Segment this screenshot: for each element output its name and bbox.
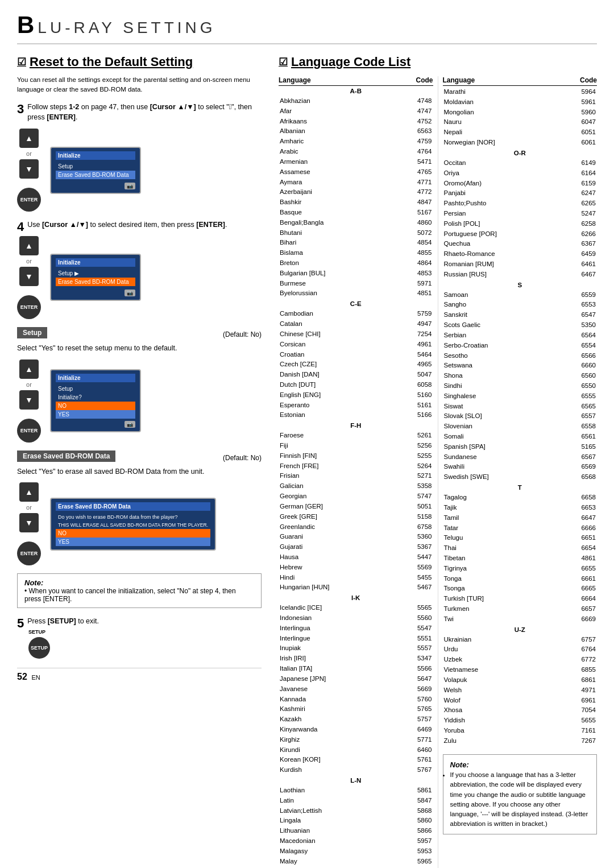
lang-row-english: English [ENG]5160: [279, 390, 433, 400]
lang-row-tonga: Tonga6661: [443, 574, 598, 584]
lang-row-macedonian: Macedonian5957: [279, 836, 433, 846]
lang-row-bulgarian: Bulgarian [BUL]4853: [279, 268, 433, 279]
lang-row-sesotho: Sesotho6566: [443, 351, 598, 361]
note-box: Note: When you want to cancel the initia…: [17, 573, 262, 608]
lang-row-moldavian: Moldavian5961: [443, 97, 598, 108]
page-header: BLU-RAY SETTING: [17, 11, 597, 44]
lang-row-malay: Malay5965: [279, 857, 433, 867]
lang-row-hausa: Hausa5447: [279, 552, 433, 563]
enter-btn-erase[interactable]: ENTER: [17, 542, 41, 565]
setup-label-text: SETUP: [28, 629, 262, 635]
lang-row-setswana: Setswana6660: [443, 361, 598, 371]
lang-row-nauru: Nauru6047: [443, 117, 598, 127]
lang-row-amharic: Amharic4759: [279, 137, 433, 147]
right-column: ☑ Language Code List Language Code A-B A…: [279, 55, 597, 868]
step-4-number: 4: [17, 220, 24, 234]
lang-row-zulu: Zulu7267: [443, 736, 598, 746]
lang-row-twi: Twi6669: [443, 614, 598, 625]
lang-row-byelorussian: Byelorussian4851: [279, 288, 433, 299]
down-btn-erase[interactable]: ▼: [19, 513, 39, 532]
lang-col2-header: Language Code: [443, 76, 598, 86]
lang-row-marathi: Marathi5964: [443, 87, 598, 97]
lang-row-occitan: Occitan6149: [443, 158, 598, 168]
lang-row-lingala: Lingala5860: [279, 816, 433, 826]
enter-btn-setup[interactable]: ENTER: [17, 419, 41, 443]
lang-row-finnish: Finnish [FIN]5255: [279, 451, 433, 461]
lang-row-indonesian: Indonesian5560: [279, 613, 433, 623]
nav-buttons-step4: ▲ or ▼ ENTER: [17, 236, 41, 319]
down-btn-step4[interactable]: ▼: [19, 267, 39, 286]
or-label-step3: or: [26, 150, 32, 157]
lang-row-tibetan: Tibetan4861: [443, 553, 598, 564]
lang-row-polish: Polish [POL]6258: [443, 219, 598, 229]
up-btn-step4[interactable]: ▲: [19, 236, 39, 255]
lang-row-tigrinya: Tigrinya6655: [443, 564, 598, 574]
reset-subtitle: You can reset all the settings except fo…: [17, 75, 262, 95]
lang-row-slovak: Slovak [SLO]6557: [443, 411, 598, 421]
lang-row-german: German [GER]5051: [279, 502, 433, 512]
lang-row-rhaeto: Rhaeto-Romance6459: [443, 249, 598, 259]
or-label-setup: or: [26, 381, 32, 388]
lang-row-corsican: Corsican4961: [279, 340, 433, 350]
up-btn-step3[interactable]: ▲: [19, 129, 39, 148]
lang-col-2: Language Code Marathi5964 Moldavian5961 …: [443, 76, 598, 868]
lang-row-chinese: Chinese [CHI]7254: [279, 329, 433, 340]
down-btn-step3[interactable]: ▼: [19, 159, 39, 179]
or-label-erase: or: [26, 504, 32, 511]
lang-row-bhutani: Bhutani5072: [279, 228, 433, 238]
step-3: 3 Follow steps 1-2 on page 47, then use …: [17, 102, 262, 212]
lang-row-dutch: Dutch [DUT]6058: [279, 380, 433, 390]
lang-row-kirghiz: Kirghiz5771: [279, 735, 433, 745]
lang-row-javanese: Javanese5669: [279, 684, 433, 695]
down-btn-setup[interactable]: ▼: [19, 390, 39, 410]
lang-row-catalan: Catalan4947: [279, 319, 433, 329]
enter-btn-step4[interactable]: ENTER: [17, 295, 41, 319]
up-btn-setup[interactable]: ▲: [19, 359, 39, 379]
big-b-letter: B: [17, 11, 38, 38]
lang-col1-header: Language Code: [279, 76, 433, 86]
lang-row-portuguese: Portuguese [POR]6266: [443, 229, 598, 239]
lang-row-spanish: Spanish [SPA]5165: [443, 442, 598, 452]
lang-row-georgian: Georgian5747: [279, 491, 433, 502]
lang-row-vietnamese: Vietnamese6855: [443, 665, 598, 675]
tv-screen-setup: Initialize Setup Initialize? NO YES 📷: [50, 369, 141, 432]
page-lang: EN: [31, 674, 40, 681]
step-3-screen: ▲ or ▼ ENTER Initialize Setup Erase Save…: [17, 129, 262, 212]
erase-item-step4: Erase Saved BD-ROM Data: [56, 278, 135, 286]
lang-row-japanese: Japanese [JPN]5647: [279, 674, 433, 684]
lang-row-shona: Shona6560: [443, 371, 598, 381]
erase-label: Erase Saved BD-ROM Data: [17, 450, 115, 462]
lang-row-tamil: Tamil6647: [443, 513, 598, 523]
setup-circle-btn[interactable]: SETUP: [28, 637, 50, 659]
lang-row-malagasy: Malagasy5953: [279, 846, 433, 857]
step-5: 5 Press [SETUP] to exit. SETUP SETUP: [17, 616, 262, 659]
lang-row-samoan: Samoan6559: [443, 290, 598, 300]
lang-row-turkish: Turkish [TUR]6664: [443, 594, 598, 604]
lang-row-quechua: Quechua6367: [443, 239, 598, 249]
lang-row-oriya: Oriya6164: [443, 168, 598, 179]
lang-row-faroese: Faroese5261: [279, 431, 433, 441]
erase-select-text: Select "Yes" to erase all saved BD-ROM D…: [17, 466, 262, 477]
lang-row-pashto: Pashto;Pushto6265: [443, 199, 598, 209]
lang-row-sindhi: Sindhi6550: [443, 381, 598, 391]
lang-row-czech: Czech [CZE]4965: [279, 359, 433, 370]
up-btn-erase[interactable]: ▲: [19, 482, 39, 502]
page-footer: 52 EN: [17, 668, 262, 682]
lang-row-danish: Danish [DAN]5047: [279, 370, 433, 380]
lang-row-norwegian: Norwegian [NOR]6061: [443, 138, 598, 148]
lang-row-kazakh: Kazakh5757: [279, 714, 433, 725]
enter-btn-step3[interactable]: ENTER: [17, 188, 41, 212]
lang-row-latin: Latin5847: [279, 796, 433, 806]
lang-row-kirundi: Kirundi6460: [279, 745, 433, 755]
section-or: O-R: [443, 150, 598, 156]
reset-section-title: ☑ Reset to the Default Setting: [17, 55, 262, 69]
lang-row-azerbaijani: Azerbaijani4772: [279, 187, 433, 197]
lang-row-arabic: Arabic4764: [279, 147, 433, 157]
lang-row-slovenian: Slovenian6558: [443, 421, 598, 432]
lang-row-singhalese: Singhalese6555: [443, 391, 598, 402]
lang-row-albanian: Albanian6563: [279, 126, 433, 137]
lang-row-italian: Italian [ITA]5566: [279, 664, 433, 674]
lang-row-kurdish: Kurdish5767: [279, 765, 433, 775]
lang-row-serbo-croatian: Serbo-Croatian6554: [443, 341, 598, 351]
lang-row-oromo: Oromo(Afan)6159: [443, 179, 598, 189]
